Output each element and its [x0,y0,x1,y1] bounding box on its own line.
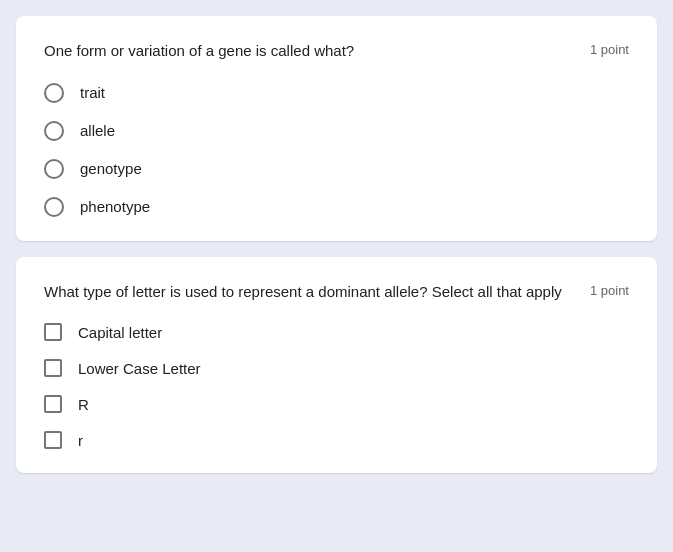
option-trait[interactable]: trait [44,83,629,103]
option-label-lower-case-letter: Lower Case Letter [78,360,201,377]
question-2-text: What type of letter is used to represent… [44,281,590,304]
radio-phenotype[interactable] [44,197,64,217]
radio-genotype[interactable] [44,159,64,179]
option-genotype[interactable]: genotype [44,159,629,179]
option-label-trait: trait [80,84,105,101]
option-label-genotype: genotype [80,160,142,177]
option-allele[interactable]: allele [44,121,629,141]
question-2-header: What type of letter is used to represent… [44,281,629,304]
option-capital-letter[interactable]: Capital letter [44,323,629,341]
question-card-1: One form or variation of a gene is calle… [16,16,657,241]
option-label-r-lower: r [78,432,83,449]
radio-trait[interactable] [44,83,64,103]
question-2-options: Capital letter Lower Case Letter R r [44,323,629,449]
checkbox-lower-case-letter[interactable] [44,359,62,377]
option-phenotype[interactable]: phenotype [44,197,629,217]
option-r-lower[interactable]: r [44,431,629,449]
radio-allele[interactable] [44,121,64,141]
option-lower-case-letter[interactable]: Lower Case Letter [44,359,629,377]
question-1-text: One form or variation of a gene is calle… [44,40,590,63]
option-label-phenotype: phenotype [80,198,150,215]
option-label-allele: allele [80,122,115,139]
option-label-r-capital: R [78,396,89,413]
question-1-options: trait allele genotype phenotype [44,83,629,217]
question-1-points: 1 point [590,40,629,57]
question-2-points: 1 point [590,281,629,298]
question-1-header: One form or variation of a gene is calle… [44,40,629,63]
option-label-capital-letter: Capital letter [78,324,162,341]
option-r-capital[interactable]: R [44,395,629,413]
checkbox-r-lower[interactable] [44,431,62,449]
question-card-2: What type of letter is used to represent… [16,257,657,474]
checkbox-capital-letter[interactable] [44,323,62,341]
checkbox-r-capital[interactable] [44,395,62,413]
